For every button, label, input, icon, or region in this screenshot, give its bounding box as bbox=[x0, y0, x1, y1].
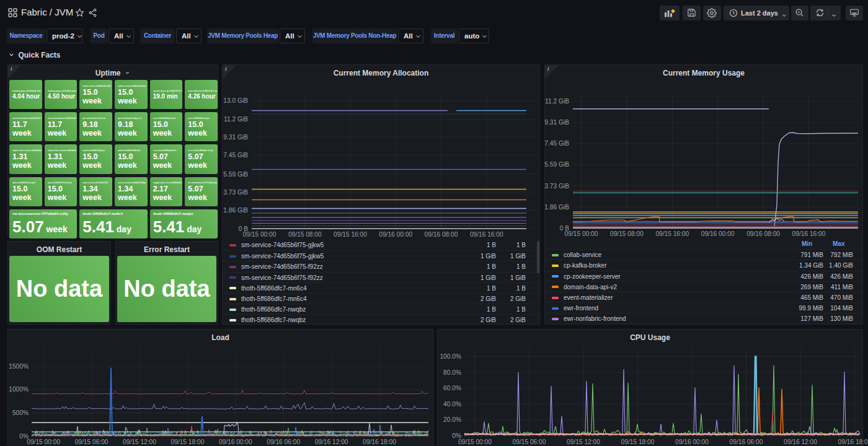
svg-text:1.86 GiB: 1.86 GiB bbox=[223, 207, 248, 214]
svg-text:1000%: 1000% bbox=[9, 386, 29, 393]
svg-text:09/16 06:00: 09/16 06:00 bbox=[267, 439, 300, 445]
svg-text:09/15 18:00: 09/15 18:00 bbox=[170, 439, 204, 445]
svg-text:09/16 00:00: 09/16 00:00 bbox=[701, 230, 735, 237]
svg-text:09/15 16:00: 09/15 16:00 bbox=[655, 230, 689, 237]
svg-text:09/15 00:00: 09/15 00:00 bbox=[565, 230, 598, 237]
svg-text:09/15 06:00: 09/15 06:00 bbox=[75, 439, 108, 445]
svg-text:60.0%: 60.0% bbox=[443, 385, 461, 391]
svg-text:3.73 GiB: 3.73 GiB bbox=[544, 183, 569, 190]
svg-text:09/15 12:00: 09/15 12:00 bbox=[123, 439, 156, 445]
svg-text:09/15 08:00: 09/15 08:00 bbox=[288, 231, 322, 238]
svg-text:09/15 00:00: 09/15 00:00 bbox=[243, 231, 277, 238]
svg-text:20.0%: 20.0% bbox=[443, 416, 461, 423]
svg-text:09/16 06:00: 09/16 06:00 bbox=[730, 439, 763, 445]
svg-text:3.73 GiB: 3.73 GiB bbox=[223, 189, 248, 196]
svg-text:09/15 00:00: 09/15 00:00 bbox=[458, 439, 492, 445]
svg-text:09/16 00:00: 09/16 00:00 bbox=[379, 231, 412, 238]
svg-text:1500%: 1500% bbox=[9, 363, 29, 370]
svg-text:09/16 16:00: 09/16 16:00 bbox=[470, 231, 503, 238]
svg-text:09/16 12:00: 09/16 12:00 bbox=[784, 439, 817, 445]
svg-text:09/16 00:00: 09/16 00:00 bbox=[675, 439, 709, 445]
svg-text:09/16 08:00: 09/16 08:00 bbox=[746, 230, 780, 237]
svg-text:9.31 GiB: 9.31 GiB bbox=[223, 134, 248, 141]
svg-text:7.45 GiB: 7.45 GiB bbox=[544, 140, 569, 147]
svg-text:09/16 18:00: 09/16 18:00 bbox=[838, 439, 868, 445]
svg-text:09/16 12:00: 09/16 12:00 bbox=[315, 439, 348, 445]
svg-text:7.45 GiB: 7.45 GiB bbox=[223, 152, 248, 159]
svg-text:09/16 16:00: 09/16 16:00 bbox=[792, 230, 826, 237]
svg-text:5.59 GiB: 5.59 GiB bbox=[544, 161, 569, 168]
svg-text:09/15 06:00: 09/15 06:00 bbox=[513, 439, 546, 445]
svg-text:09/15 12:00: 09/15 12:00 bbox=[567, 439, 600, 445]
svg-text:100.0%: 100.0% bbox=[440, 353, 461, 360]
svg-text:13.0 GiB: 13.0 GiB bbox=[223, 97, 248, 104]
svg-text:40.0%: 40.0% bbox=[443, 401, 461, 408]
svg-text:11.2 GiB: 11.2 GiB bbox=[545, 98, 569, 105]
svg-text:09/15 00:00: 09/15 00:00 bbox=[27, 439, 60, 445]
svg-text:09/15 16:00: 09/15 16:00 bbox=[334, 231, 367, 238]
svg-text:09/16 00:00: 09/16 00:00 bbox=[219, 439, 252, 445]
svg-text:500%: 500% bbox=[12, 409, 29, 416]
svg-text:09/15 08:00: 09/15 08:00 bbox=[610, 230, 644, 237]
svg-text:09/16 18:00: 09/16 18:00 bbox=[363, 439, 396, 445]
svg-text:1.86 GiB: 1.86 GiB bbox=[544, 204, 569, 211]
svg-text:5.59 GiB: 5.59 GiB bbox=[223, 171, 248, 178]
svg-text:09/15 18:00: 09/15 18:00 bbox=[621, 439, 655, 445]
svg-text:9.31 GiB: 9.31 GiB bbox=[544, 119, 569, 126]
svg-text:11.2 GiB: 11.2 GiB bbox=[224, 116, 248, 123]
svg-text:09/16 08:00: 09/16 08:00 bbox=[425, 231, 458, 238]
svg-text:80.0%: 80.0% bbox=[443, 369, 461, 376]
